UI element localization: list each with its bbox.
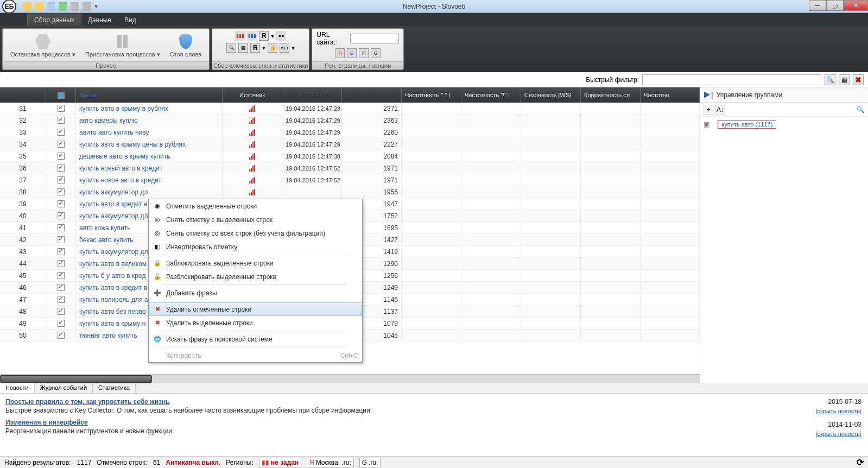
- context-menu-item[interactable]: ➕Добавить фразы: [149, 286, 362, 300]
- col-freq-excl[interactable]: Частотность "!" [: [461, 87, 521, 103]
- table-row[interactable]: 32авто камеры куплю19.04.2016 12:47:2923…: [0, 115, 700, 127]
- table-row[interactable]: 31купить авто в крыму в рублях19.04.2016…: [0, 103, 700, 115]
- yandex-colored-icon[interactable]: Я: [359, 48, 369, 58]
- r-icon[interactable]: R: [250, 43, 260, 53]
- group-node[interactable]: купить авто (1117): [718, 120, 776, 129]
- qat-icon[interactable]: [59, 2, 67, 11]
- col-season[interactable]: Сезонность [WS]: [521, 87, 581, 103]
- col-phrase[interactable]: Фраза: [76, 87, 223, 103]
- qat-icon[interactable]: [83, 2, 91, 11]
- grid-icon[interactable]: ▦: [238, 43, 248, 53]
- horizontal-scrollbar[interactable]: [0, 374, 700, 383]
- context-menu-item[interactable]: ◉Отметить выделенные строки: [149, 199, 362, 213]
- minimize-button[interactable]: ─: [809, 0, 826, 11]
- row-phrase[interactable]: купить новое авто в кредит: [76, 174, 223, 186]
- table-row[interactable]: 37купить новое авто в кредит19.04.2016 1…: [0, 174, 700, 186]
- collapse-icon[interactable]: ⯈|: [704, 91, 713, 99]
- qat-dropdown-icon[interactable]: ▾: [94, 2, 98, 11]
- context-menu-item[interactable]: 🌐Искать фразу в поисковой системе: [149, 332, 362, 346]
- col-checkbox[interactable]: [46, 87, 76, 103]
- col-date[interactable]: Дата добавления: [282, 87, 342, 103]
- col-freq-quote[interactable]: Частотность " " [: [402, 87, 461, 103]
- context-menu-item[interactable]: ◎Снять отметку с выделенных строк: [149, 213, 362, 226]
- row-checkbox[interactable]: [46, 282, 76, 293]
- r-icon[interactable]: R: [259, 31, 269, 41]
- hide-news-link[interactable]: [скрыть новость]: [815, 408, 861, 414]
- tab-view[interactable]: Вид: [118, 14, 143, 26]
- yandex-icon[interactable]: Я: [335, 48, 345, 58]
- stop-processes-button[interactable]: Остановка процессов ▾: [7, 31, 79, 59]
- filter-btn-1[interactable]: 🔍: [825, 74, 835, 85]
- row-checkbox[interactable]: [46, 258, 76, 269]
- quick-filter-input[interactable]: [642, 74, 821, 85]
- expand-icon[interactable]: ▣: [704, 121, 709, 128]
- row-checkbox[interactable]: [46, 330, 76, 341]
- pause-processes-button[interactable]: Приостановка процессов ▾: [82, 31, 163, 59]
- qat-icon[interactable]: [35, 2, 43, 11]
- row-checkbox[interactable]: [46, 306, 76, 317]
- context-menu-item[interactable]: 🔓Разблокировать выделенные строки: [149, 270, 362, 283]
- row-phrase[interactable]: авито авто купить ниву: [76, 127, 223, 138]
- col-freq-ws[interactable]: Частотность [WS: [342, 87, 402, 103]
- col-number[interactable]: ⇆: [0, 87, 46, 103]
- dropdown-icon[interactable]: ▾: [292, 44, 295, 52]
- row-checkbox[interactable]: [46, 103, 76, 114]
- tab-data-collection[interactable]: Сбор данных: [27, 14, 81, 26]
- url-input[interactable]: [350, 34, 399, 43]
- context-menu-item[interactable]: ✖Удалить выделенные строки: [149, 316, 362, 330]
- table-row[interactable]: 35дешевые авто в крыму купить19.04.2016 …: [0, 150, 700, 162]
- quick-access-toolbar[interactable]: ▾: [18, 2, 98, 11]
- dropdown-icon[interactable]: ▾: [271, 32, 274, 40]
- table-row[interactable]: 36купить новый авто в кредит19.04.2016 1…: [0, 162, 700, 174]
- row-checkbox[interactable]: [46, 234, 76, 245]
- qat-icon[interactable]: [23, 2, 31, 11]
- close-button[interactable]: ✕: [844, 0, 868, 11]
- kei-icon[interactable]: KEI: [280, 43, 289, 53]
- stopwords-button[interactable]: Стоп-слова: [167, 31, 205, 59]
- region-box[interactable]: ЯМосква; .ru;: [307, 458, 354, 467]
- qat-icon[interactable]: [71, 2, 79, 11]
- table-row[interactable]: 34купить авто в крыму цены в рублях19.04…: [0, 138, 700, 150]
- row-checkbox[interactable]: [46, 294, 76, 305]
- news-link[interactable]: Изменения в интерфейсе: [5, 419, 863, 426]
- row-checkbox[interactable]: [46, 127, 76, 138]
- context-menu-item[interactable]: ◎Снять отметку со всех строк (без учета …: [149, 226, 362, 240]
- tab-event-log[interactable]: Журнал событий: [35, 383, 93, 393]
- region-box[interactable]: G.ru;: [359, 458, 381, 467]
- tab-data[interactable]: Данные: [81, 14, 118, 26]
- search-icon[interactable]: 🔍: [857, 106, 865, 113]
- row-checkbox[interactable]: [46, 318, 76, 329]
- row-checkbox[interactable]: [46, 162, 76, 174]
- anticaptcha-status[interactable]: Антикапча выкл.: [166, 459, 220, 466]
- row-checkbox[interactable]: [46, 115, 76, 126]
- tab-news[interactable]: Новости: [0, 383, 35, 393]
- tab-statistics[interactable]: Статистика: [93, 383, 136, 393]
- table-row[interactable]: 33авито авто купить ниву19.04.2016 12:47…: [0, 127, 700, 138]
- row-checkbox[interactable]: [46, 210, 76, 222]
- reload-icon[interactable]: ⟳: [857, 457, 864, 467]
- news-link[interactable]: Простые правила о том, как упростить себ…: [5, 398, 863, 406]
- maximize-button[interactable]: ▢: [826, 0, 844, 11]
- row-phrase[interactable]: купить аккумулятор дл: [76, 186, 223, 198]
- row-checkbox[interactable]: [46, 270, 76, 281]
- dots-icon[interactable]: ●●: [276, 31, 286, 41]
- context-menu-item[interactable]: ◧Инвертировать отметку: [149, 240, 362, 254]
- row-checkbox[interactable]: [46, 150, 76, 162]
- dropdown-icon[interactable]: ▾: [262, 44, 265, 52]
- sort-groups-button[interactable]: A↓: [715, 105, 725, 115]
- row-phrase[interactable]: дешевые авто в крыму купить: [76, 150, 223, 162]
- region-box[interactable]: ▮▮не задан: [259, 458, 301, 467]
- add-group-button[interactable]: +: [704, 105, 713, 115]
- row-checkbox[interactable]: [46, 246, 76, 257]
- search-icon[interactable]: 🔍: [226, 43, 236, 53]
- row-phrase[interactable]: авто камеры куплю: [76, 115, 223, 126]
- table-row[interactable]: 38купить аккумулятор дл1956: [0, 186, 700, 198]
- row-checkbox[interactable]: [46, 198, 76, 210]
- hide-news-link[interactable]: [скрыть новость]: [815, 431, 861, 437]
- row-checkbox[interactable]: [46, 174, 76, 186]
- row-phrase[interactable]: купить авто в крыму цены в рублях: [76, 138, 223, 150]
- col-source[interactable]: Источник: [223, 87, 282, 103]
- row-phrase[interactable]: купить новый авто в кредит: [76, 162, 223, 174]
- qat-icon[interactable]: [47, 2, 55, 11]
- row-checkbox[interactable]: [46, 222, 76, 233]
